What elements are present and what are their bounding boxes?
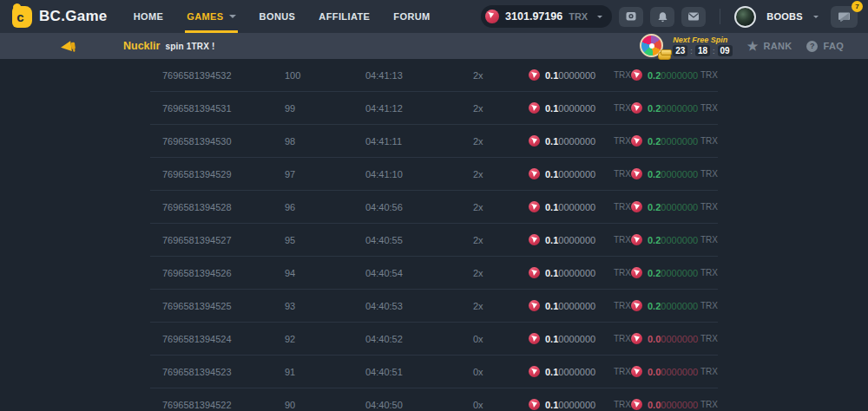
faq-link[interactable]: ? FAQ [806,41,844,52]
free-spin-widget[interactable]: Next Free Spin 23 : 18 : 09 [640,34,732,58]
bet-profit: 0.00000000 TRX [631,333,718,344]
rank-link[interactable]: ★ RANK [747,40,792,52]
table-row[interactable]: 7696581394526 94 04:40:54 2x 0.10000000 … [150,257,718,290]
bet-time: 04:40:51 [365,367,473,377]
trx-coin-icon [631,168,642,179]
bet-id: 7696581394529 [150,169,285,179]
header-right: 3101.97196 TRX [481,5,858,28]
trx-coin-icon [631,69,642,81]
bet-nonce: 95 [285,235,365,245]
bet-multiplier: 2x [473,169,529,179]
bet-multiplier: 0x [473,400,529,410]
table-row[interactable]: 7696581394531 99 04:41:12 2x 0.10000000 … [150,92,718,125]
currency-label: TRX [614,202,631,212]
bet-id: 7696581394531 [150,103,285,114]
avatar[interactable] [734,6,756,28]
table-row[interactable]: 7696581394524 92 04:40:52 0x 0.10000000 … [150,323,718,356]
bet-id: 7696581394524 [150,334,285,344]
trx-coin-icon [529,267,540,278]
chevron-down-icon [229,15,236,18]
bet-time: 04:41:12 [365,103,473,114]
table-row[interactable]: 7696581394522 90 04:40:50 0x 0.10000000 … [150,388,718,411]
bet-time: 04:41:11 [365,136,473,147]
bet-amount: 0.10000000 TRX [529,399,631,410]
trx-coin-icon [529,168,540,179]
announcement-bar: Nucklir spin 1TRX ! Next Free Spin 23 : … [0,33,868,59]
bet-amount: 0.10000000 TRX [529,102,631,114]
announcement-title[interactable]: Nucklir [123,40,160,52]
trx-coin-icon [631,102,642,114]
bet-profit: 0.00000000 TRX [631,366,718,377]
bet-multiplier: 0x [473,334,529,344]
bet-profit: 0.20000000 TRX [631,135,718,147]
chat-button[interactable]: 7 [831,6,858,28]
bet-profit: 0.20000000 TRX [631,69,718,81]
free-spin-countdown: 23 : 18 : 09 [673,45,732,56]
nav-item-forum[interactable]: FORUM [393,0,430,33]
bet-nonce: 98 [285,136,365,147]
bet-time: 04:40:54 [365,268,473,278]
bcgame-logo-icon: c [12,6,32,28]
brand-logo[interactable]: c BC.Game [12,6,108,28]
trx-coin-icon [529,300,540,311]
bet-profit: 0.20000000 TRX [631,267,718,278]
nav-item-bonus[interactable]: BONUS [260,0,296,33]
bet-id: 7696581394528 [150,202,285,212]
bet-time: 04:40:53 [365,301,473,311]
countdown-hours: 23 [673,45,687,56]
table-row[interactable]: 7696581394529 97 04:41:10 2x 0.10000000 … [150,158,718,191]
bet-id: 7696581394523 [150,367,285,377]
table-row[interactable]: 7696581394525 93 04:40:53 2x 0.10000000 … [150,290,718,323]
table-row[interactable]: 7696581394527 95 04:40:55 2x 0.10000000 … [150,224,718,257]
bet-profit: 0.00000000 TRX [631,399,718,410]
nav-item-games[interactable]: GAMES [187,0,235,33]
bet-multiplier: 2x [473,235,529,245]
bet-amount: 0.10000000 TRX [529,234,631,245]
announcement[interactable] [59,39,78,54]
table-row[interactable]: 7696581394528 96 04:40:56 2x 0.10000000 … [150,191,718,224]
trx-coin-icon [529,333,540,344]
bet-amount: 0.10000000 TRX [529,201,631,212]
bet-time: 04:40:56 [365,202,473,212]
rank-label: RANK [764,41,792,51]
notifications-button[interactable] [650,7,674,27]
bet-multiplier: 2x [473,202,529,212]
currency-label: TRX [700,70,718,80]
bet-multiplier: 0x [473,367,529,377]
bet-nonce: 94 [285,268,365,278]
table-row[interactable]: 7696581394532 100 04:41:13 2x 0.10000000… [150,59,718,92]
vault-button[interactable] [619,7,643,27]
mail-icon [687,11,700,22]
trx-coin-icon [529,201,540,212]
user-menu[interactable]: BOOBS [766,11,819,22]
balance-selector[interactable]: 3101.97196 TRX [481,5,612,28]
currency-label: TRX [614,301,631,310]
bet-nonce: 90 [285,400,365,410]
currency-label: TRX [614,268,631,277]
currency-label: TRX [614,235,631,245]
table-row[interactable]: 7696581394523 91 04:40:51 0x 0.10000000 … [150,356,718,388]
trx-coin-icon [631,234,642,245]
table-row[interactable]: 7696581394530 98 04:41:11 2x 0.10000000 … [150,125,718,158]
currency-label: TRX [700,268,718,277]
trx-coin-icon [631,399,642,410]
bet-profit: 0.20000000 TRX [631,300,718,311]
trx-coin-icon [529,69,540,81]
messages-button[interactable] [681,7,706,27]
bet-amount: 0.10000000 TRX [529,300,631,311]
trx-coin-icon [529,234,540,245]
bet-id: 7696581394530 [150,136,285,147]
countdown-minutes: 18 [695,45,710,56]
bet-nonce: 96 [285,202,365,212]
nav-item-affiliate[interactable]: AFFILIATE [319,0,370,33]
bet-amount: 0.10000000 TRX [529,168,631,179]
bet-multiplier: 2x [473,136,529,147]
trx-coin-icon [631,366,642,377]
bet-nonce: 93 [285,301,365,311]
vault-icon [625,10,637,23]
bet-time: 04:40:50 [365,400,473,410]
bet-time: 04:40:55 [365,235,473,245]
nav-item-home[interactable]: HOME [134,0,164,33]
username-label: BOOBS [766,11,803,22]
bet-amount: 0.10000000 TRX [529,135,631,147]
